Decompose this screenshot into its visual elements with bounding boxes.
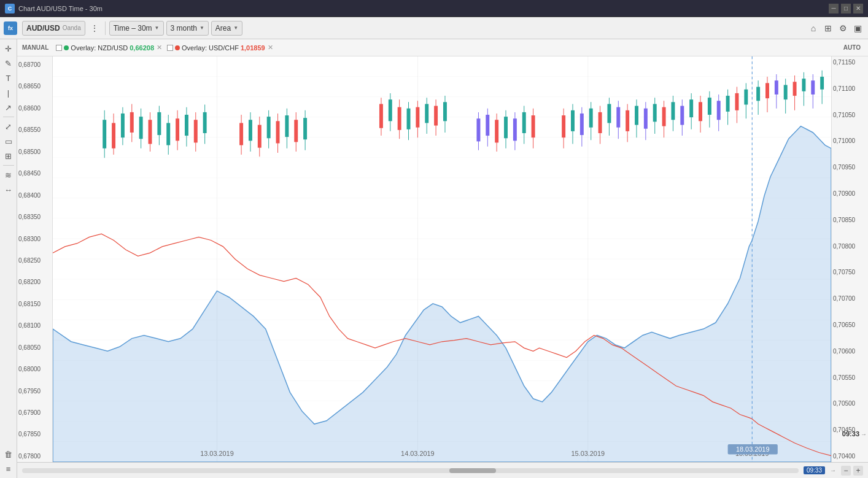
- settings-button[interactable]: ⚙: [836, 21, 850, 35]
- scroll-track[interactable]: [22, 468, 799, 473]
- app-icon: C: [5, 4, 15, 13]
- chart-container: MANUAL Overlay: NZD/USD 0,66208 ✕ Overla…: [17, 39, 868, 478]
- chart-area[interactable]: 13.03.2019 14.03.2019 15.03.2019 18.03.2…: [53, 56, 831, 462]
- svg-rect-60: [434, 106, 438, 126]
- svg-rect-18: [149, 120, 152, 144]
- svg-rect-118: [744, 90, 748, 105]
- svg-rect-114: [726, 96, 730, 112]
- vertical-line-tool[interactable]: |: [2, 86, 15, 99]
- svg-rect-10: [112, 123, 115, 148]
- svg-rect-58: [425, 104, 428, 123]
- expand-tool[interactable]: ⤢: [2, 120, 15, 133]
- symbol-selector[interactable]: AUD/USD Oanda: [22, 21, 85, 36]
- svg-rect-66: [486, 115, 489, 136]
- overlay-dot-usdchf: [175, 45, 180, 50]
- svg-rect-112: [717, 101, 721, 120]
- grid-tool[interactable]: ⊞: [2, 149, 15, 163]
- layout-button[interactable]: ⊞: [821, 21, 835, 35]
- pen-tool[interactable]: ✎: [2, 56, 15, 70]
- y-label: 0,68000: [18, 366, 51, 372]
- left-sidebar: ✛ ✎ T | ↗ ⤢ ▭ ⊞ ≋ ↔ 🗑 ≡: [0, 39, 17, 478]
- measure-tool[interactable]: ↔: [2, 183, 15, 196]
- svg-rect-14: [130, 112, 134, 133]
- overlay-checkbox-usdchf[interactable]: [167, 45, 173, 51]
- svg-rect-38: [267, 117, 271, 138]
- chart-type-dropdown[interactable]: Area ▼: [211, 21, 242, 36]
- y-label: 0,68050: [18, 344, 51, 351]
- zoom-in-button[interactable]: +: [853, 466, 863, 476]
- svg-rect-74: [522, 112, 526, 133]
- auto-label: AUTO: [843, 44, 861, 51]
- svg-rect-24: [176, 118, 179, 141]
- svg-rect-80: [571, 110, 575, 131]
- toolbar: fx AUD/USD Oanda ⋮ Time – 30m ▼ 3 month …: [0, 17, 868, 39]
- svg-rect-106: [689, 99, 693, 117]
- overlay-nzdusd[interactable]: Overlay: NZD/USD 0,66208 ✕: [56, 44, 162, 52]
- overlay-usdchf[interactable]: Overlay: USD/CHF 1,01859 ✕: [167, 44, 273, 52]
- overlay-close-usdchf[interactable]: ✕: [268, 44, 273, 52]
- symbol-menu-button[interactable]: ⋮: [88, 21, 101, 35]
- svg-rect-16: [139, 117, 143, 139]
- svg-rect-12: [121, 114, 125, 137]
- chart-type-arrow: ▼: [233, 25, 238, 31]
- x-label-3: 15.03.2019: [571, 449, 605, 457]
- timeframe-arrow: ▼: [155, 25, 160, 31]
- fibonacci-tool[interactable]: ≋: [2, 168, 15, 182]
- y-label: 0,68200: [18, 279, 51, 285]
- svg-rect-88: [607, 104, 611, 123]
- chart-and-scale: 0,68700 0,68650 0,68600 0,68550 0,68500 …: [17, 56, 868, 462]
- svg-rect-8: [103, 120, 106, 148]
- svg-rect-40: [276, 121, 280, 143]
- overlay-checkbox-nzdusd[interactable]: [56, 45, 62, 51]
- period-dropdown[interactable]: 3 month ▼: [166, 21, 209, 36]
- right-y-label: 0,70400: [833, 453, 867, 460]
- svg-rect-124: [775, 80, 778, 94]
- right-y-label: 0,71000: [833, 137, 867, 144]
- home-button[interactable]: ⌂: [807, 21, 820, 35]
- svg-rect-62: [443, 102, 447, 121]
- svg-rect-54: [407, 109, 411, 129]
- close-button[interactable]: ✕: [853, 4, 863, 13]
- zoom-out-button[interactable]: −: [841, 466, 851, 476]
- more-tools[interactable]: ≡: [2, 462, 15, 476]
- timeframe-label: Time – 30m: [114, 24, 152, 33]
- x-label-2: 14.03.2019: [401, 449, 435, 457]
- svg-rect-102: [671, 102, 675, 120]
- period-arrow: ▼: [200, 25, 204, 31]
- svg-rect-98: [653, 104, 657, 121]
- svg-rect-82: [580, 114, 584, 135]
- panel-button[interactable]: ▣: [851, 21, 864, 35]
- bottom-arrow-icon: →: [830, 467, 836, 474]
- text-tool[interactable]: T: [2, 71, 15, 85]
- crosshair-tool[interactable]: ✛: [2, 42, 15, 55]
- svg-rect-26: [185, 115, 188, 136]
- svg-rect-100: [662, 107, 666, 126]
- svg-rect-46: [303, 118, 307, 139]
- svg-rect-94: [635, 106, 638, 125]
- delete-tool[interactable]: 🗑: [2, 447, 15, 461]
- svg-rect-86: [599, 112, 602, 133]
- zoom-controls: − +: [841, 466, 863, 476]
- rectangle-tool[interactable]: ▭: [2, 134, 15, 148]
- overlay-value-nzdusd: 0,66208: [130, 44, 154, 52]
- y-label: 0,68650: [18, 83, 51, 90]
- overlay-name-nzdusd: Overlay: NZD/USD: [71, 44, 128, 52]
- svg-rect-122: [765, 83, 769, 98]
- maximize-button[interactable]: □: [841, 4, 851, 13]
- svg-rect-52: [398, 107, 401, 130]
- svg-rect-70: [504, 117, 508, 138]
- arrow-tool[interactable]: ↗: [2, 101, 15, 114]
- timeframe-dropdown[interactable]: Time – 30m ▼: [109, 21, 164, 36]
- y-label: 0,67850: [18, 431, 51, 438]
- svg-rect-78: [562, 115, 565, 137]
- svg-rect-110: [708, 98, 711, 115]
- svg-rect-96: [644, 109, 648, 129]
- scroll-thumb[interactable]: [449, 468, 496, 473]
- title-bar: C Chart AUD/USD Time - 30m ─ □ ✕: [0, 0, 868, 17]
- minimize-button[interactable]: ─: [829, 4, 839, 13]
- y-label: 0,68300: [18, 236, 51, 242]
- y-label: 0,68400: [18, 192, 51, 199]
- svg-rect-130: [802, 79, 805, 91]
- right-y-label: 0,70500: [833, 400, 867, 407]
- overlay-close-nzdusd[interactable]: ✕: [157, 44, 162, 52]
